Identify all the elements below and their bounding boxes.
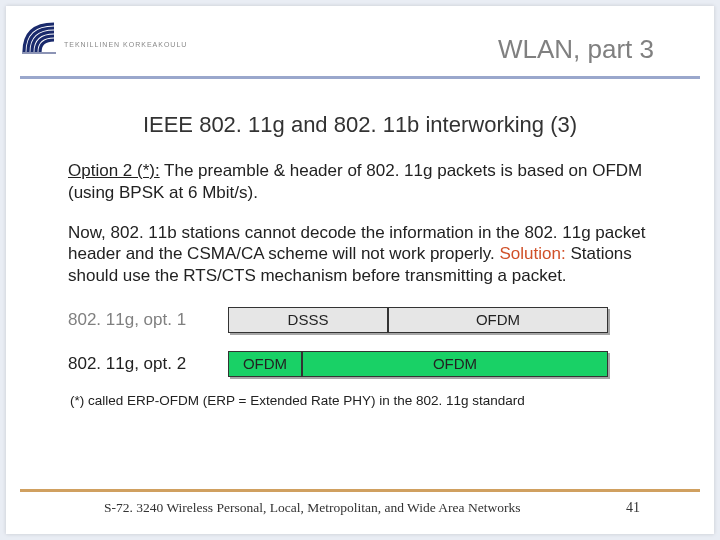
footer-row: S-72. 3240 Wireless Personal, Local, Met… (20, 500, 700, 516)
bars-opt2: OFDM OFDM (228, 351, 608, 377)
footnote: (*) called ERP-OFDM (ERP = Extended Rate… (68, 393, 652, 408)
diagram-row-opt2: 802. 11g, opt. 2 OFDM OFDM (68, 349, 652, 379)
bar-ofdm-header: OFDM (228, 351, 302, 377)
paragraph-solution: Now, 802. 11b stations cannot decode the… (68, 222, 652, 287)
option2-label: Option 2 (*): (68, 161, 160, 180)
content: IEEE 802. 11g and 802. 11b interworking … (6, 80, 714, 408)
slide: TEKNILLINEN KORKEAKOULU WLAN, part 3 IEE… (6, 6, 714, 534)
institution-logo (18, 16, 60, 62)
row-label-opt2: 802. 11g, opt. 2 (68, 354, 228, 374)
header-divider (20, 76, 700, 79)
footer: S-72. 3240 Wireless Personal, Local, Met… (20, 489, 700, 516)
solution-label: Solution: (500, 244, 566, 263)
slide-title: IEEE 802. 11g and 802. 11b interworking … (68, 112, 652, 138)
diagram-row-opt1: 802. 11g, opt. 1 DSSS OFDM (68, 305, 652, 335)
bar-ofdm-payload-opt1: OFDM (388, 307, 608, 333)
bar-ofdm-payload-opt2: OFDM (302, 351, 608, 377)
row-label-opt1: 802. 11g, opt. 1 (68, 310, 228, 330)
page-number: 41 (626, 500, 640, 516)
course-code: S-72. 3240 Wireless Personal, Local, Met… (104, 500, 520, 516)
packet-diagram: 802. 11g, opt. 1 DSSS OFDM 802. 11g, opt… (68, 305, 652, 379)
footer-divider (20, 489, 700, 492)
institution-name: TEKNILLINEN KORKEAKOULU (64, 41, 187, 48)
paragraph-option2: Option 2 (*): The preamble & header of 8… (68, 160, 652, 204)
header-title: WLAN, part 3 (498, 34, 654, 65)
header: TEKNILLINEN KORKEAKOULU WLAN, part 3 (6, 6, 714, 80)
bars-opt1: DSSS OFDM (228, 307, 608, 333)
bar-dsss: DSSS (228, 307, 388, 333)
